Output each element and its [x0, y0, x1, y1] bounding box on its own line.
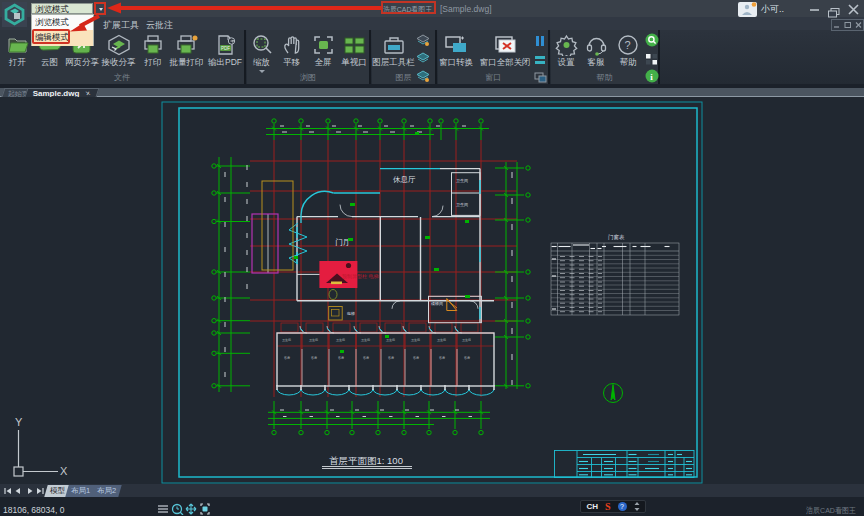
svg-text:预制异型柱 电梯: 预制异型柱 电梯 [342, 273, 378, 280]
svg-text:卫生间: 卫生间 [411, 338, 420, 342]
svg-text:Y: Y [15, 416, 23, 428]
svg-text:卫生间: 卫生间 [462, 338, 471, 342]
svg-text:卫生间: 卫生间 [282, 338, 291, 342]
svg-text:客房: 客房 [284, 356, 290, 360]
svg-text:卫生间: 卫生间 [309, 338, 318, 342]
svg-text:卫生间: 卫生间 [361, 338, 370, 342]
svg-text:客房: 客房 [363, 356, 369, 360]
svg-text:客房: 客房 [338, 356, 344, 360]
svg-text:X: X [60, 465, 68, 477]
svg-text:客房: 客房 [439, 356, 445, 360]
svg-text:首层平面图1: 100: 首层平面图1: 100 [329, 455, 403, 466]
svg-text:客房: 客房 [311, 356, 317, 360]
svg-text:?: ? [625, 39, 631, 51]
svg-text:客房: 客房 [413, 356, 419, 360]
svg-text:客房: 客房 [464, 356, 470, 360]
svg-text:卫生间: 卫生间 [456, 178, 468, 184]
svg-text:门窗表: 门窗表 [608, 234, 625, 241]
svg-text:电梯: 电梯 [347, 311, 355, 316]
svg-text:卫生间: 卫生间 [336, 338, 345, 342]
svg-text:楼梯间: 楼梯间 [431, 301, 443, 307]
svg-text:卫生间: 卫生间 [456, 202, 468, 208]
svg-text:卫生间: 卫生间 [437, 338, 446, 342]
svg-text:卫生间: 卫生间 [386, 338, 395, 342]
svg-text:客房: 客房 [388, 356, 394, 360]
svg-text:PDF: PDF [221, 46, 230, 51]
svg-text:休息厅: 休息厅 [393, 175, 416, 184]
